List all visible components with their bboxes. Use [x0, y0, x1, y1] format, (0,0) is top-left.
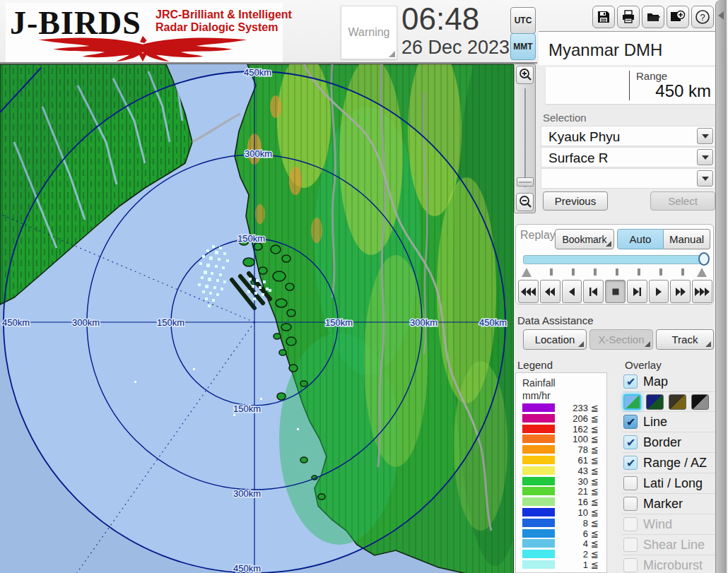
bookmark-button[interactable]: Bookmark [555, 229, 614, 249]
mmt-button[interactable]: MMT [510, 33, 536, 60]
xsection-menu-grip-icon [645, 341, 650, 347]
play-reverse-icon [568, 287, 575, 297]
legend-lte-symbol: ≦ [591, 518, 599, 528]
legend-color-swatch [522, 487, 555, 495]
product-dropdown-value: Surface R [548, 150, 608, 166]
zoom-slider-thumb[interactable] [517, 177, 534, 187]
legend-lte-symbol: ≦ [591, 424, 599, 435]
legend-lte-symbol: ≦ [591, 538, 599, 549]
product-dropdown-button[interactable] [697, 149, 713, 165]
legend-row: 8≦ [516, 518, 608, 528]
print-button[interactable] [617, 6, 640, 28]
legend-value: 162 [557, 424, 588, 435]
clock-time: 06:48 [401, 1, 479, 37]
legend-color-swatch [522, 466, 555, 475]
play-button[interactable] [649, 280, 669, 303]
legend-color-swatch [522, 497, 555, 506]
overlay-item-label: Microburst [643, 558, 703, 573]
warning-button[interactable]: Warning [341, 6, 397, 59]
replay-slider-track[interactable] [523, 255, 705, 264]
extra-dropdown[interactable] [541, 168, 715, 189]
legend-lte-symbol: ≦ [591, 560, 599, 570]
zoom-in-icon [518, 68, 532, 82]
forward-fast3-icon [694, 287, 710, 297]
collapse-arrow-icon [718, 11, 724, 20]
track-button[interactable]: Track [656, 329, 714, 350]
stop-button[interactable] [605, 280, 626, 303]
help-button[interactable]: ? [691, 6, 714, 28]
replay-slider-thumb[interactable] [698, 252, 710, 266]
legend-lte-symbol: ≦ [591, 507, 599, 518]
overlay-list: Map Line Border Range / AZ Lati / Long M… [622, 372, 715, 573]
range-az-checkbox[interactable] [623, 456, 638, 470]
legend-value: 1 [557, 560, 588, 570]
xsection-button[interactable]: X-Section [589, 329, 653, 350]
zoom-out-button[interactable] [516, 193, 534, 211]
legend-value: 30 [557, 476, 588, 487]
overlay-item-label: Marker [643, 497, 683, 512]
map-style-swatch-4[interactable] [691, 394, 709, 410]
svg-text:450km: 450km [233, 563, 261, 573]
overlay-row-border[interactable]: Border [622, 432, 715, 453]
open-folder-icon [646, 10, 660, 24]
product-dropdown[interactable]: Surface R [541, 147, 715, 167]
open-folder-button[interactable] [642, 6, 664, 28]
svg-text:300km: 300km [410, 317, 438, 328]
slider-tick [659, 268, 662, 276]
forward-fast3-button[interactable] [692, 280, 712, 303]
zoom-slider-track[interactable] [524, 88, 526, 187]
overlay-item-label: Wind [643, 517, 672, 532]
legend-lte-symbol: ≦ [591, 549, 599, 560]
save-button[interactable] [592, 6, 615, 28]
legend-row: 10≦ [516, 507, 608, 518]
legend-color-swatch [522, 519, 555, 527]
site-dropdown-button[interactable] [697, 128, 713, 144]
panel-collapse-strip[interactable] [715, 0, 727, 573]
line-checkbox[interactable] [623, 415, 638, 429]
site-dropdown[interactable]: Kyauk Phyu [541, 126, 715, 146]
auto-button[interactable]: Auto [617, 229, 664, 249]
map-style-swatch-2[interactable] [646, 394, 664, 410]
rainfall-legend: Rainfall mm/hr 233≦ 206≦ 162≦ 100≦ 78≦ 6… [515, 372, 607, 573]
map-style-swatch-3[interactable] [669, 394, 686, 410]
overlay-row-line[interactable]: Line [622, 412, 715, 432]
location-button[interactable]: Location [523, 329, 587, 350]
select-button[interactable]: Select [650, 191, 715, 211]
overlay-row-range-az[interactable]: Range / AZ [622, 453, 715, 473]
map-style-row [622, 392, 715, 412]
capture-image-button[interactable] [667, 6, 689, 28]
legend-row: 206≦ [516, 413, 608, 424]
step-back-button[interactable] [583, 280, 604, 303]
stop-icon [611, 288, 620, 296]
overlay-item-label: Range / AZ [643, 456, 707, 471]
map-style-swatch-1[interactable] [623, 394, 641, 410]
legend-value: 100 [557, 434, 588, 444]
overlay-section-label: Overlay [625, 359, 662, 371]
overlay-row-lati-long[interactable]: Lati / Long [622, 473, 715, 494]
forward-fast2-button[interactable] [670, 280, 691, 303]
step-forward-button[interactable] [627, 280, 647, 303]
legend-value: 2 [557, 549, 588, 560]
legend-row: 30≦ [516, 476, 608, 487]
marker-checkbox[interactable] [623, 497, 638, 511]
rewind-fast2-button[interactable] [540, 280, 560, 303]
svg-text:150km: 150km [237, 233, 265, 244]
overlay-row-marker[interactable]: Marker [622, 494, 715, 514]
extra-dropdown-button[interactable] [697, 170, 713, 187]
radar-map[interactable]: 450km 300km 150km 150km 300km 450km 450k… [0, 64, 514, 573]
play-reverse-button[interactable] [562, 280, 582, 303]
map-checkbox[interactable] [623, 374, 638, 389]
utc-button[interactable]: UTC [510, 7, 536, 34]
lati-long-checkbox[interactable] [623, 476, 638, 490]
legend-lte-symbol: ≦ [591, 444, 599, 455]
overlay-row-map[interactable]: Map [622, 372, 715, 392]
slider-end-marker-icon [697, 268, 707, 277]
manual-button[interactable]: Manual [664, 229, 710, 249]
legend-value: 43 [557, 466, 588, 476]
replay-label: Replay [520, 229, 556, 242]
rewind-fast3-button[interactable] [518, 280, 539, 303]
zoom-in-button[interactable] [516, 66, 534, 84]
previous-button[interactable]: Previous [543, 191, 608, 211]
border-checkbox[interactable] [623, 435, 638, 449]
legend-value: 78 [557, 444, 588, 455]
